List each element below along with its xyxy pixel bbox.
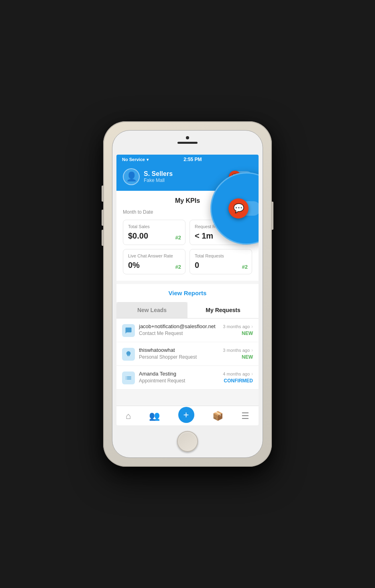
lead-name-2: thiswhatoowhat xyxy=(139,347,175,353)
person-icon xyxy=(125,351,132,358)
kpi-card-chat-rate: Live Chat Answer Rate 0% #2 xyxy=(123,249,185,274)
speaker xyxy=(177,142,198,144)
list-item[interactable]: thiswhatoowhat 3 months ago › Personal S… xyxy=(116,342,259,366)
user-name: S. Sellers xyxy=(144,170,173,178)
lead-icon-person xyxy=(122,348,135,361)
list-icon xyxy=(125,374,132,382)
kpi-label-chat-rate: Live Chat Answer Rate xyxy=(128,253,180,258)
lead-icon-list xyxy=(122,372,135,384)
home-button[interactable] xyxy=(177,431,198,452)
front-camera xyxy=(186,136,189,139)
kpi-rank-chat-rate: #2 xyxy=(175,264,181,270)
kpi-value-chat-rate: 0% xyxy=(128,261,180,270)
home-icon: ⌂ xyxy=(126,411,131,421)
lead-bottom-row-3: Appointment Request CONFIRMED xyxy=(139,378,253,384)
app-screen: No Service ▾ 2:55 PM 👤 S. Sellers Fake M… xyxy=(116,155,259,425)
status-left: No Service ▾ xyxy=(122,157,149,162)
nav-item-home[interactable]: ⌂ xyxy=(121,411,136,421)
status-time: 2:55 PM xyxy=(183,157,202,162)
avatar: 👤 xyxy=(123,168,140,185)
lead-name-3: Amanda Testing xyxy=(139,371,176,377)
avatar-icon: 👤 xyxy=(126,172,137,182)
nav-item-products[interactable]: 📦 xyxy=(208,411,228,421)
bottom-nav: ⌂ 👥 + 📦 ☰ xyxy=(116,406,259,425)
kpi-label-total-requests: Total Requests xyxy=(195,253,247,258)
user-info: 👤 S. Sellers Fake Mall xyxy=(123,168,173,185)
lead-time-1: 3 months ago › xyxy=(223,324,253,329)
status-bar: No Service ▾ 2:55 PM xyxy=(116,155,259,164)
lead-top-row-2: thiswhatoowhat 3 months ago › xyxy=(139,347,253,353)
list-item[interactable]: Amanda Testing 4 months ago › Appointmen… xyxy=(116,366,259,390)
kpi-value-total-sales: $0.00 xyxy=(128,231,180,241)
chevron-icon: › xyxy=(251,347,253,353)
tab-new-leads[interactable]: New Leads xyxy=(116,302,188,318)
lead-content-2: thiswhatoowhat 3 months ago › Personal S… xyxy=(139,347,253,360)
nav-item-more[interactable]: ☰ xyxy=(236,411,254,421)
tab-my-requests[interactable]: My Requests xyxy=(188,302,259,318)
lead-type-3: Appointment Request xyxy=(139,378,185,384)
lead-status-3: CONFIRMED xyxy=(224,378,253,384)
big-toggle-track: 💬 xyxy=(232,201,259,216)
phone-device: No Service ▾ 2:55 PM 👤 S. Sellers Fake M… xyxy=(103,121,272,467)
kpi-card-total-requests: Total Requests 0 #2 xyxy=(190,249,252,274)
lead-bottom-row-2: Personal Shopper Request NEW xyxy=(139,354,253,360)
tabs: New Leads My Requests xyxy=(116,302,259,318)
lead-top-row-1: jacob+notification@salesfloor.net 3 mont… xyxy=(139,323,253,329)
kpi-rank-total-sales: #2 xyxy=(175,235,181,241)
lead-content-3: Amanda Testing 4 months ago › Appointmen… xyxy=(139,371,253,384)
big-toggle-thumb: 💬 xyxy=(228,198,249,218)
chat-icon xyxy=(125,327,132,334)
people-icon: 👥 xyxy=(149,411,160,421)
network-status: No Service xyxy=(122,157,145,162)
nav-item-leads[interactable]: 👥 xyxy=(144,411,165,421)
lead-type-1: Contact Me Request xyxy=(139,331,183,336)
lead-bottom-row-1: Contact Me Request NEW xyxy=(139,331,253,336)
nav-item-add[interactable]: + xyxy=(173,409,199,423)
user-details: S. Sellers Fake Mall xyxy=(144,170,173,183)
kpi-rank-total-requests: #2 xyxy=(242,264,248,270)
lead-icon-chat xyxy=(122,324,135,337)
period-label: Month to Date xyxy=(123,209,153,215)
leads-list: jacob+notification@salesfloor.net 3 mont… xyxy=(116,318,259,390)
view-reports-button[interactable]: View Reports xyxy=(116,284,259,302)
lead-time-2: 3 months ago › xyxy=(223,347,253,353)
wifi-icon: ▾ xyxy=(147,157,149,162)
lead-type-2: Personal Shopper Request xyxy=(139,354,197,360)
kpi-value-total-requests: 0 xyxy=(195,261,247,270)
lead-name-1: jacob+notification@salesfloor.net xyxy=(139,323,216,329)
lead-top-row-3: Amanda Testing 4 months ago › xyxy=(139,371,253,377)
lead-content-1: jacob+notification@salesfloor.net 3 mont… xyxy=(139,323,253,336)
lead-status-2: NEW xyxy=(242,354,253,360)
chevron-icon: › xyxy=(251,324,253,329)
menu-icon: ☰ xyxy=(241,411,249,421)
user-location: Fake Mall xyxy=(144,178,173,183)
add-button[interactable]: + xyxy=(178,407,194,423)
kpi-label-total-sales: Total Sales xyxy=(128,224,180,229)
phone-top-bar xyxy=(177,136,198,144)
chevron-icon: › xyxy=(251,371,253,377)
lead-time-3: 4 months ago › xyxy=(223,371,253,377)
kpi-card-total-sales: Total Sales $0.00 #2 xyxy=(123,220,185,245)
lead-status-1: NEW xyxy=(242,331,253,336)
phone-screen-area: No Service ▾ 2:55 PM 👤 S. Sellers Fake M… xyxy=(112,130,263,458)
list-item[interactable]: jacob+notification@salesfloor.net 3 mont… xyxy=(116,318,259,342)
big-toggle-icon: 💬 xyxy=(233,203,244,214)
box-icon: 📦 xyxy=(212,411,223,421)
